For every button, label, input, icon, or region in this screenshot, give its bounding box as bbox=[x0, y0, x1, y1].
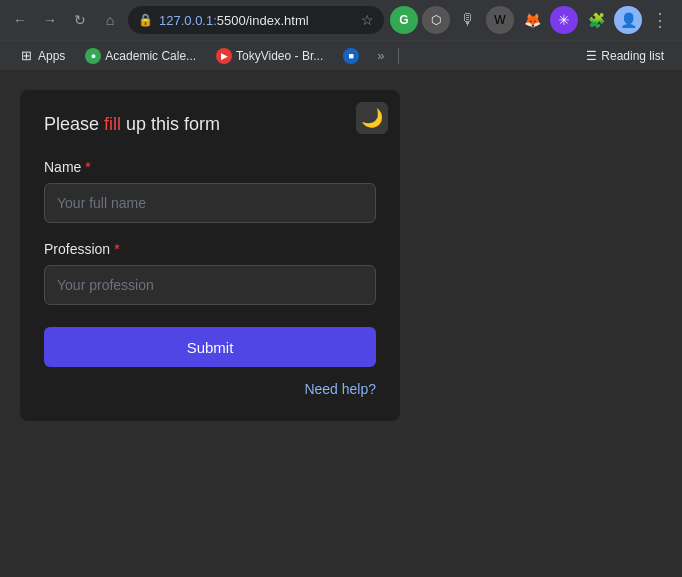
bookmark-tokyvideo[interactable]: ▶ TokyVideo - Br... bbox=[208, 46, 331, 66]
reading-list-button[interactable]: ☰ Reading list bbox=[578, 47, 672, 65]
reading-list-label: Reading list bbox=[601, 49, 664, 63]
more-button[interactable]: ⋮ bbox=[646, 6, 674, 34]
toolbar-icons: G ⬡ 🎙 W 🦊 ✳ 🧩 👤 ⋮ bbox=[390, 6, 674, 34]
extra-icon: ■ bbox=[343, 48, 359, 64]
bookmarks-bar: ⊞ Apps ● Academic Cale... ▶ TokyVideo - … bbox=[0, 40, 682, 70]
form-card: 🌙 Please fill up this form Name* Profess… bbox=[20, 90, 400, 421]
more-bookmarks[interactable]: » bbox=[371, 46, 390, 65]
star-icon[interactable]: ☆ bbox=[361, 12, 374, 28]
form-title-highlight: fill bbox=[104, 114, 121, 134]
extension-icon-5[interactable]: ✳ bbox=[550, 6, 578, 34]
page-content: 🌙 Please fill up this form Name* Profess… bbox=[0, 70, 682, 577]
bookmark-apps-label: Apps bbox=[38, 49, 65, 63]
bookmark-extra[interactable]: ■ bbox=[335, 46, 367, 66]
bookmark-academic[interactable]: ● Academic Cale... bbox=[77, 46, 204, 66]
extension-icon-1[interactable]: ⬡ bbox=[422, 6, 450, 34]
profession-input[interactable] bbox=[44, 265, 376, 305]
forward-button[interactable]: → bbox=[38, 8, 62, 32]
help-link[interactable]: Need help? bbox=[44, 381, 376, 397]
lock-icon: 🔒 bbox=[138, 13, 153, 27]
form-title: Please fill up this form bbox=[44, 114, 376, 135]
theme-toggle-button[interactable]: 🌙 bbox=[356, 102, 388, 134]
back-button[interactable]: ← bbox=[8, 8, 32, 32]
extension-icon-2[interactable]: 🎙 bbox=[454, 6, 482, 34]
home-button[interactable]: ⌂ bbox=[98, 8, 122, 32]
browser-chrome: ← → ↻ ⌂ 🔒 127.0.0.1:5500/index.html ☆ G … bbox=[0, 0, 682, 70]
google-icon[interactable]: G bbox=[390, 6, 418, 34]
bookmark-academic-label: Academic Cale... bbox=[105, 49, 196, 63]
bookmark-apps[interactable]: ⊞ Apps bbox=[10, 46, 73, 66]
profession-required-star: * bbox=[114, 241, 119, 257]
name-field-group: Name* bbox=[44, 159, 376, 223]
bookmark-tokyvideo-label: TokyVideo - Br... bbox=[236, 49, 323, 63]
academic-icon: ● bbox=[85, 48, 101, 64]
profile-avatar[interactable]: 👤 bbox=[614, 6, 642, 34]
name-label: Name* bbox=[44, 159, 376, 175]
submit-button[interactable]: Submit bbox=[44, 327, 376, 367]
toolbar-divider bbox=[398, 48, 399, 64]
moon-icon: 🌙 bbox=[361, 107, 383, 129]
name-required-star: * bbox=[85, 159, 90, 175]
refresh-button[interactable]: ↻ bbox=[68, 8, 92, 32]
apps-icon: ⊞ bbox=[18, 48, 34, 64]
extension-icon-3[interactable]: W bbox=[486, 6, 514, 34]
address-bar[interactable]: 🔒 127.0.0.1:5500/index.html ☆ bbox=[128, 6, 384, 34]
name-input[interactable] bbox=[44, 183, 376, 223]
profession-field-group: Profession* bbox=[44, 241, 376, 305]
extension-icon-4[interactable]: 🦊 bbox=[518, 6, 546, 34]
extension-icon-6[interactable]: 🧩 bbox=[582, 6, 610, 34]
profession-label: Profession* bbox=[44, 241, 376, 257]
browser-toolbar: ← → ↻ ⌂ 🔒 127.0.0.1:5500/index.html ☆ G … bbox=[0, 0, 682, 40]
tokyvideo-icon: ▶ bbox=[216, 48, 232, 64]
reading-list-icon: ☰ bbox=[586, 49, 597, 63]
url-text: 127.0.0.1:5500/index.html bbox=[159, 13, 309, 28]
